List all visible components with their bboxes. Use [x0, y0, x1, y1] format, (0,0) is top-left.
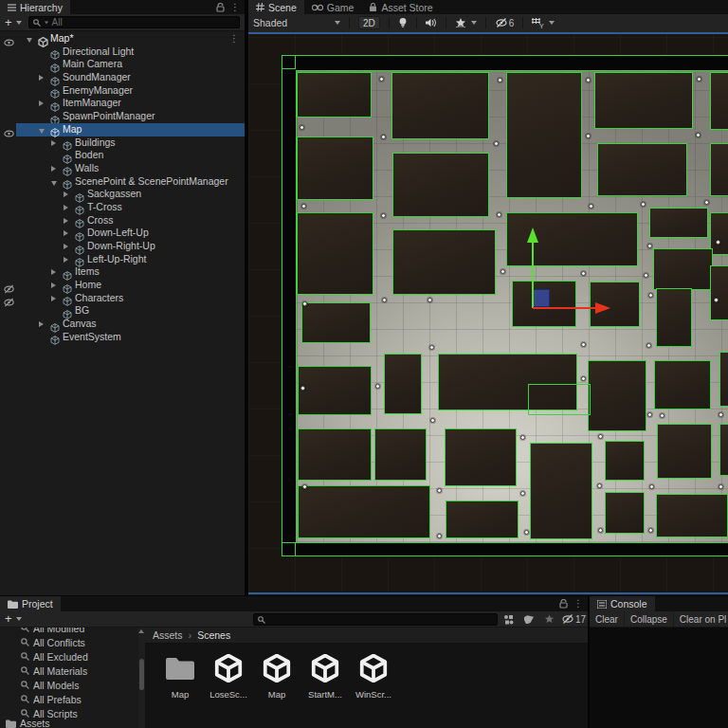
- lock-icon[interactable]: [559, 599, 568, 609]
- gizmo-x-arrow-icon[interactable]: [595, 301, 611, 315]
- expander-icon[interactable]: [64, 257, 68, 263]
- map-outline-rect[interactable]: [528, 384, 591, 415]
- map-building-block[interactable]: [654, 360, 711, 410]
- scene-point[interactable]: [520, 435, 525, 440]
- favorite-item[interactable]: All Modified: [0, 628, 138, 635]
- hierarchy-row[interactable]: Directional Light: [0, 46, 245, 59]
- scene-point[interactable]: [597, 483, 602, 488]
- scene-point[interactable]: [589, 204, 593, 209]
- project-visibility-button[interactable]: 17: [561, 614, 586, 625]
- expander-icon[interactable]: [51, 140, 56, 146]
- scene-viewport[interactable]: [248, 32, 728, 595]
- collapse-icon[interactable]: [39, 129, 45, 134]
- scene-point[interactable]: [581, 342, 586, 347]
- map-building-block[interactable]: [657, 424, 712, 479]
- expander-icon[interactable]: [64, 191, 68, 197]
- scene-point[interactable]: [379, 77, 384, 82]
- console-clear-button[interactable]: Clear: [590, 611, 624, 627]
- map-building-block[interactable]: [506, 72, 582, 198]
- console-clear-on-play-button[interactable]: Clear on Pl: [673, 611, 728, 627]
- hierarchy-row[interactable]: BG: [0, 304, 245, 318]
- scene-point[interactable]: [430, 418, 435, 423]
- tab-hierarchy[interactable]: Hierarchy: [0, 0, 70, 14]
- expander-icon[interactable]: [64, 218, 68, 224]
- tab-scene[interactable]: Scene: [248, 0, 304, 14]
- scene-point[interactable]: [719, 484, 723, 489]
- hierarchy-row[interactable]: EnemyManager: [0, 84, 245, 98]
- map-building-block[interactable]: [719, 424, 728, 476]
- map-building-block[interactable]: [301, 302, 371, 343]
- hierarchy-row[interactable]: SoundManager: [0, 71, 245, 84]
- map-building-block[interactable]: [298, 485, 430, 538]
- scene-point[interactable]: [428, 298, 432, 302]
- hierarchy-menu-icon[interactable]: ⋮: [230, 3, 240, 12]
- file-item[interactable]: WinScr...: [353, 651, 394, 700]
- project-sidebar-scrollbar[interactable]: [138, 628, 145, 728]
- scene-point[interactable]: [498, 78, 502, 82]
- hierarchy-scene-row[interactable]: Map*⋮: [0, 32, 245, 46]
- expander-icon[interactable]: [39, 321, 44, 327]
- breadcrumb-assets[interactable]: Assets: [153, 629, 183, 641]
- map-building-block[interactable]: [597, 143, 687, 196]
- breadcrumb-scenes[interactable]: Scenes: [197, 629, 230, 641]
- hierarchy-add-button[interactable]: +: [5, 18, 12, 27]
- scroll-up-icon[interactable]: [138, 629, 144, 633]
- scene-point[interactable]: [644, 273, 648, 278]
- scene-point[interactable]: [524, 530, 529, 535]
- hierarchy-row[interactable]: Sackgassen: [0, 188, 245, 201]
- map-building-block[interactable]: [297, 136, 373, 200]
- scene-options-icon[interactable]: ⋮: [229, 34, 239, 44]
- scene-point[interactable]: [647, 244, 652, 248]
- map-building-block[interactable]: [605, 492, 645, 534]
- scene-point[interactable]: [302, 484, 307, 489]
- favorite-item[interactable]: All Excluded: [0, 649, 138, 664]
- tab-console[interactable]: Console: [590, 596, 655, 611]
- hierarchy-search-input[interactable]: All: [28, 16, 240, 28]
- scene-point[interactable]: [375, 384, 380, 389]
- hierarchy-row[interactable]: Items: [0, 265, 245, 279]
- hierarchy-row[interactable]: Left-Up-Right: [0, 253, 245, 266]
- scene-point[interactable]: [581, 271, 586, 276]
- project-add-button[interactable]: +: [5, 614, 12, 624]
- map-building-block[interactable]: [719, 352, 728, 407]
- scene-point[interactable]: [300, 125, 304, 130]
- collapse-icon[interactable]: [51, 181, 57, 186]
- grid-caret-icon[interactable]: [549, 21, 555, 25]
- map-building-block[interactable]: [298, 428, 372, 481]
- scene-point[interactable]: [714, 298, 719, 302]
- scene-point[interactable]: [586, 78, 591, 82]
- search-by-type-button[interactable]: [503, 614, 514, 625]
- scene-point[interactable]: [437, 534, 442, 538]
- scene-audio-button[interactable]: [426, 18, 437, 27]
- file-item[interactable]: Map: [159, 651, 201, 700]
- scene-lighting-button[interactable]: [398, 17, 408, 28]
- lock-icon[interactable]: [216, 3, 225, 12]
- scene-point[interactable]: [300, 386, 305, 391]
- hierarchy-row[interactable]: Cross: [0, 214, 245, 228]
- hierarchy-row[interactable]: Down-Right-Up: [0, 240, 245, 253]
- gizmo-y-arrow-icon[interactable]: [526, 228, 539, 244]
- hierarchy-row[interactable]: Down-Left-Up: [0, 227, 245, 240]
- search-by-label-button[interactable]: [524, 614, 535, 624]
- map-building-block[interactable]: [384, 354, 422, 414]
- scene-point[interactable]: [497, 212, 501, 217]
- sidebar-item-assets[interactable]: Assets: [6, 718, 50, 728]
- map-building-block[interactable]: [710, 72, 728, 130]
- favorite-item[interactable]: All Conflicts: [0, 635, 138, 649]
- file-item[interactable]: LoseSc...: [208, 651, 249, 700]
- scene-point[interactable]: [649, 484, 654, 489]
- collapse-icon[interactable]: [27, 38, 32, 43]
- hierarchy-row[interactable]: Map: [0, 123, 245, 136]
- scene-point[interactable]: [302, 301, 307, 306]
- hierarchy-row[interactable]: Canvas: [0, 318, 245, 331]
- scene-point[interactable]: [381, 213, 386, 218]
- effects-caret-icon[interactable]: [471, 21, 477, 25]
- map-building-block[interactable]: [594, 72, 693, 129]
- scene-point[interactable]: [381, 135, 386, 139]
- scene-point[interactable]: [648, 528, 653, 533]
- map-building-block[interactable]: [392, 229, 496, 295]
- map-building-block[interactable]: [374, 428, 427, 481]
- map-building-block[interactable]: [446, 500, 519, 538]
- scene-point[interactable]: [648, 293, 653, 298]
- scene-visibility-button[interactable]: 6: [495, 18, 515, 28]
